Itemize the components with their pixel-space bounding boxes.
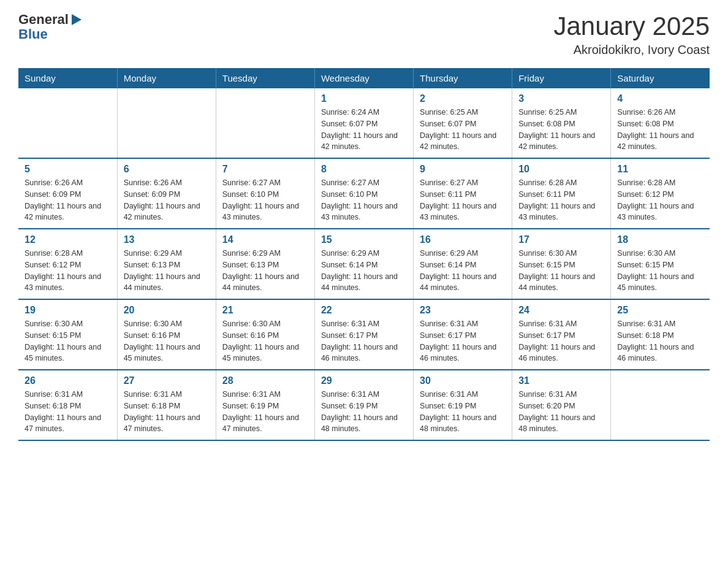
calendar-cell: 23Sunrise: 6:31 AMSunset: 6:17 PMDayligh… [414, 299, 512, 370]
calendar-cell [216, 88, 314, 158]
day-number: 6 [124, 164, 210, 175]
calendar-cell: 14Sunrise: 6:29 AMSunset: 6:13 PMDayligh… [216, 229, 314, 299]
calendar-cell: 8Sunrise: 6:27 AMSunset: 6:10 PMDaylight… [314, 158, 413, 229]
calendar-cell: 25Sunrise: 6:31 AMSunset: 6:18 PMDayligh… [611, 299, 710, 370]
day-number: 21 [222, 305, 308, 316]
calendar-cell: 3Sunrise: 6:25 AMSunset: 6:08 PMDaylight… [512, 88, 611, 158]
day-number: 24 [518, 305, 604, 316]
day-number: 20 [124, 305, 210, 316]
logo-blue-text: Blue [18, 27, 83, 42]
calendar-cell: 5Sunrise: 6:26 AMSunset: 6:09 PMDaylight… [18, 158, 117, 229]
calendar-cell: 16Sunrise: 6:29 AMSunset: 6:14 PMDayligh… [414, 229, 512, 299]
calendar-cell: 10Sunrise: 6:28 AMSunset: 6:11 PMDayligh… [512, 158, 611, 229]
day-info: Sunrise: 6:29 AMSunset: 6:14 PMDaylight:… [420, 248, 506, 294]
day-number: 22 [321, 305, 407, 316]
col-wednesday: Wednesday [314, 68, 413, 88]
calendar-cell: 11Sunrise: 6:28 AMSunset: 6:12 PMDayligh… [611, 158, 710, 229]
col-sunday: Sunday [18, 68, 117, 88]
day-number: 25 [617, 305, 703, 316]
day-info: Sunrise: 6:31 AMSunset: 6:17 PMDaylight:… [518, 318, 604, 364]
calendar-cell: 2Sunrise: 6:25 AMSunset: 6:07 PMDaylight… [414, 88, 512, 158]
calendar-cell: 12Sunrise: 6:28 AMSunset: 6:12 PMDayligh… [18, 229, 117, 299]
day-number: 13 [124, 234, 210, 245]
col-tuesday: Tuesday [216, 68, 314, 88]
day-info: Sunrise: 6:31 AMSunset: 6:19 PMDaylight:… [222, 389, 308, 435]
day-number: 5 [25, 164, 111, 175]
day-info: Sunrise: 6:26 AMSunset: 6:09 PMDaylight:… [25, 177, 111, 223]
calendar-cell: 28Sunrise: 6:31 AMSunset: 6:19 PMDayligh… [216, 370, 314, 440]
day-number: 15 [321, 234, 407, 245]
day-number: 7 [222, 164, 308, 175]
title-block: January 2025 Akroidokikro, Ivory Coast [553, 12, 710, 57]
day-info: Sunrise: 6:25 AMSunset: 6:08 PMDaylight:… [518, 107, 604, 153]
calendar-cell: 1Sunrise: 6:24 AMSunset: 6:07 PMDaylight… [314, 88, 413, 158]
day-number: 12 [25, 234, 111, 245]
calendar-week-row: 5Sunrise: 6:26 AMSunset: 6:09 PMDaylight… [18, 158, 710, 229]
page-subtitle: Akroidokikro, Ivory Coast [553, 43, 710, 57]
col-saturday: Saturday [611, 68, 710, 88]
day-number: 10 [518, 164, 604, 175]
calendar-week-row: 1Sunrise: 6:24 AMSunset: 6:07 PMDaylight… [18, 88, 710, 158]
calendar-cell [117, 88, 216, 158]
calendar-cell: 24Sunrise: 6:31 AMSunset: 6:17 PMDayligh… [512, 299, 611, 370]
day-number: 29 [321, 375, 407, 386]
day-info: Sunrise: 6:28 AMSunset: 6:12 PMDaylight:… [617, 177, 703, 223]
day-number: 27 [124, 375, 210, 386]
logo: General Blue [18, 12, 83, 42]
day-number: 14 [222, 234, 308, 245]
day-number: 30 [420, 375, 506, 386]
day-info: Sunrise: 6:30 AMSunset: 6:15 PMDaylight:… [25, 318, 111, 364]
day-info: Sunrise: 6:26 AMSunset: 6:09 PMDaylight:… [124, 177, 210, 223]
logo-general-text: General [18, 12, 69, 27]
day-number: 31 [518, 375, 604, 386]
day-info: Sunrise: 6:30 AMSunset: 6:15 PMDaylight:… [617, 248, 703, 294]
day-number: 26 [25, 375, 111, 386]
svg-marker-0 [72, 14, 82, 25]
calendar-cell: 7Sunrise: 6:27 AMSunset: 6:10 PMDaylight… [216, 158, 314, 229]
calendar-cell: 18Sunrise: 6:30 AMSunset: 6:15 PMDayligh… [611, 229, 710, 299]
calendar-week-row: 19Sunrise: 6:30 AMSunset: 6:15 PMDayligh… [18, 299, 710, 370]
day-info: Sunrise: 6:31 AMSunset: 6:20 PMDaylight:… [518, 389, 604, 435]
calendar-cell: 30Sunrise: 6:31 AMSunset: 6:19 PMDayligh… [414, 370, 512, 440]
day-number: 8 [321, 164, 407, 175]
day-info: Sunrise: 6:26 AMSunset: 6:08 PMDaylight:… [617, 107, 703, 153]
page-title: January 2025 [553, 12, 710, 40]
day-number: 17 [518, 234, 604, 245]
col-thursday: Thursday [414, 68, 512, 88]
day-info: Sunrise: 6:27 AMSunset: 6:10 PMDaylight:… [321, 177, 407, 223]
calendar-cell [18, 88, 117, 158]
day-info: Sunrise: 6:30 AMSunset: 6:15 PMDaylight:… [518, 248, 604, 294]
day-info: Sunrise: 6:31 AMSunset: 6:18 PMDaylight:… [124, 389, 210, 435]
day-info: Sunrise: 6:29 AMSunset: 6:13 PMDaylight:… [124, 248, 210, 294]
calendar-cell: 22Sunrise: 6:31 AMSunset: 6:17 PMDayligh… [314, 299, 413, 370]
calendar-cell [611, 370, 710, 440]
day-number: 1 [321, 93, 407, 104]
calendar-cell: 19Sunrise: 6:30 AMSunset: 6:15 PMDayligh… [18, 299, 117, 370]
calendar-header-row: Sunday Monday Tuesday Wednesday Thursday… [18, 68, 710, 88]
calendar-cell: 26Sunrise: 6:31 AMSunset: 6:18 PMDayligh… [18, 370, 117, 440]
page-header: General Blue January 2025 Akroidokikro, … [18, 12, 710, 57]
day-number: 11 [617, 164, 703, 175]
day-number: 3 [518, 93, 604, 104]
day-number: 2 [420, 93, 506, 104]
calendar-cell: 17Sunrise: 6:30 AMSunset: 6:15 PMDayligh… [512, 229, 611, 299]
calendar-cell: 29Sunrise: 6:31 AMSunset: 6:19 PMDayligh… [314, 370, 413, 440]
day-number: 18 [617, 234, 703, 245]
calendar-cell: 13Sunrise: 6:29 AMSunset: 6:13 PMDayligh… [117, 229, 216, 299]
calendar-cell: 6Sunrise: 6:26 AMSunset: 6:09 PMDaylight… [117, 158, 216, 229]
day-info: Sunrise: 6:31 AMSunset: 6:19 PMDaylight:… [420, 389, 506, 435]
calendar-week-row: 26Sunrise: 6:31 AMSunset: 6:18 PMDayligh… [18, 370, 710, 440]
col-monday: Monday [117, 68, 216, 88]
calendar-cell: 4Sunrise: 6:26 AMSunset: 6:08 PMDaylight… [611, 88, 710, 158]
day-number: 19 [25, 305, 111, 316]
day-info: Sunrise: 6:31 AMSunset: 6:17 PMDaylight:… [420, 318, 506, 364]
calendar-cell: 15Sunrise: 6:29 AMSunset: 6:14 PMDayligh… [314, 229, 413, 299]
day-info: Sunrise: 6:31 AMSunset: 6:19 PMDaylight:… [321, 389, 407, 435]
day-info: Sunrise: 6:27 AMSunset: 6:10 PMDaylight:… [222, 177, 308, 223]
day-number: 23 [420, 305, 506, 316]
day-number: 9 [420, 164, 506, 175]
day-info: Sunrise: 6:24 AMSunset: 6:07 PMDaylight:… [321, 107, 407, 153]
day-number: 4 [617, 93, 703, 104]
day-info: Sunrise: 6:28 AMSunset: 6:11 PMDaylight:… [518, 177, 604, 223]
day-number: 16 [420, 234, 506, 245]
